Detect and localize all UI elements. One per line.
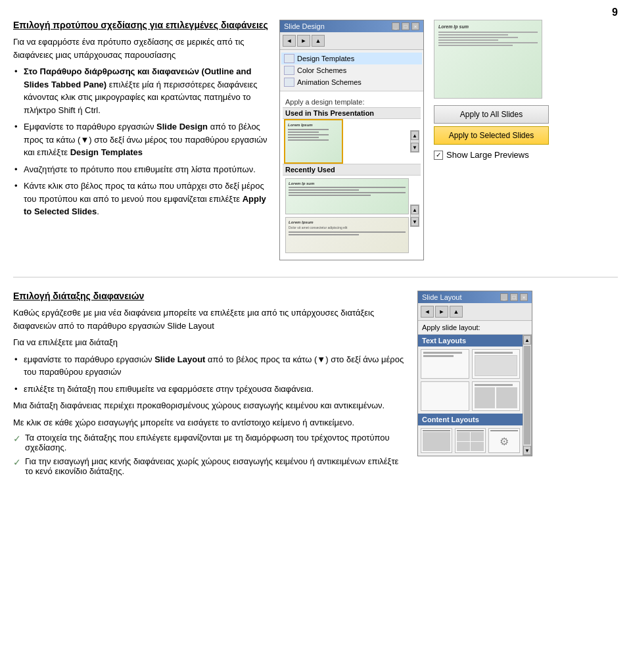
top-title: Επιλογή προτύπου σχεδίασης για επιλεγμέν… — [13, 20, 269, 30]
cl-col-1 — [423, 432, 450, 451]
bb1-prefix: εμφανίστε το παράθυρο εργασιών — [24, 354, 154, 364]
panel-content: Apply a design template: Used in This Pr… — [280, 91, 423, 260]
checkmark-icon-1: ✓ — [13, 433, 21, 444]
maximize-icon[interactable]: □ — [402, 22, 409, 30]
mini-line-2 — [288, 132, 319, 133]
col-left — [475, 387, 496, 408]
nav-home-btn[interactable]: ▲ — [312, 35, 325, 47]
bullet-1: Στο Παράθυρο διάρθρωσης και διαφανειών (… — [13, 65, 269, 116]
gear-icon: ⚙ — [500, 435, 509, 448]
text-layouts-header: Text Layouts — [418, 335, 523, 347]
layout-scroll-down[interactable]: ▼ — [523, 446, 531, 455]
scroll-up-btn[interactable]: ▲ — [411, 131, 419, 140]
recent-item-2[interactable]: Lorem Ipsum Dolor sit amet consectetur a… — [285, 217, 409, 253]
scroll-up-recent[interactable]: ▲ — [411, 205, 419, 214]
scroll-down-btn[interactable]: ▼ — [411, 143, 419, 152]
show-large-checkbox[interactable]: ✓ — [434, 151, 443, 160]
layout-nav-home[interactable]: ▲ — [450, 306, 463, 318]
bottom-paragraph-1: Μια διάταξη διαφάνειας περιέχει προκαθορ… — [13, 399, 408, 412]
apply-selected-btn[interactable]: Apply to Selected Slides — [434, 126, 549, 145]
ru-line-4 — [289, 195, 371, 196]
bottom-section: Επιλογή διάταξης διαφανειών Καθώς εργάζε… — [0, 281, 631, 493]
layout-item-two-col[interactable] — [472, 381, 521, 411]
slide-layout-panel: Slide Layout _ □ × ◄ ► ▲ Apply slide lay… — [417, 291, 532, 480]
layout-panel-nav: ◄ ► ▲ — [418, 303, 532, 321]
bullet-4: Κάντε κλικ στο βέλος προς τα κάτω που υπ… — [13, 180, 269, 218]
template-used-container: Lorem Ipsum — [284, 119, 410, 164]
ru-line-3 — [289, 192, 406, 193]
panel-nav: ◄ ► ▲ — [280, 32, 423, 50]
preview-line-6 — [438, 45, 513, 46]
apply-all-btn[interactable]: Apply to All Slides — [434, 105, 549, 124]
content-item-1[interactable] — [421, 428, 452, 453]
scroll-bar-used: ▲ ▼ — [410, 130, 419, 153]
layout-titlebar-controls: _ □ × — [500, 293, 528, 301]
bottom-title: Επιλογή διάταξης διαφανειών — [13, 291, 408, 301]
cl-cell-1 — [457, 432, 470, 441]
layout-scrollbar: ▲ ▼ — [523, 335, 532, 456]
mini-line-4 — [288, 137, 319, 138]
bottom-bullet-1: εμφανίστε το παράθυρο εργασιών Slide Lay… — [13, 353, 408, 379]
layout-scroll-area: Text Layouts — [418, 335, 532, 456]
scroll-down-recent[interactable]: ▼ — [411, 217, 419, 226]
apply-layout-label: Apply slide layout: — [418, 321, 532, 335]
layout-scroll-thumb — [524, 346, 530, 444]
layout-item-title-content[interactable] — [472, 349, 521, 379]
preview-line-2 — [438, 34, 508, 36]
preview-line-1 — [438, 32, 538, 33]
nav-forward-btn[interactable]: ► — [297, 35, 310, 47]
design-templates-icon — [284, 54, 294, 63]
layout-maximize-icon[interactable]: □ — [510, 293, 518, 301]
layout-line-3 — [475, 352, 513, 354]
layout-nav-forward[interactable]: ► — [435, 306, 448, 318]
layout-line-4 — [475, 384, 513, 386]
nav-back-btn[interactable]: ◄ — [283, 35, 296, 47]
layout-item-blank[interactable] — [421, 381, 469, 411]
apply-template-label: Apply a design template: — [283, 95, 421, 107]
layout-item-title-slide[interactable] — [421, 349, 469, 379]
ru-line-2 — [289, 189, 359, 191]
top-section: Επιλογή προτύπου σχεδίασης για επιλεγμέν… — [0, 0, 631, 274]
recent-templates-list: Lorem Ip sum Lorem Ipsum Dolor sit amet … — [284, 176, 410, 256]
layout-nav-back[interactable]: ◄ — [421, 306, 434, 318]
action-buttons: Apply to All Slides Apply to Selected Sl… — [434, 105, 549, 160]
layout-block-1 — [475, 355, 518, 376]
bottom-for-layout: Για να επιλέξετε μια διάταξη — [13, 336, 408, 349]
layout-line-2 — [423, 355, 454, 357]
menu-color-schemes[interactable]: Color Schemes — [281, 64, 422, 76]
recent-item-1[interactable]: Lorem Ip sum — [285, 178, 409, 214]
template-mini-lines — [288, 129, 339, 142]
template-row-recent: Lorem Ip sum Lorem Ipsum Dolor sit amet … — [283, 176, 421, 256]
color-schemes-icon — [284, 66, 294, 75]
layout-close-icon[interactable]: × — [520, 293, 528, 301]
panel-menu: Design Templates Color Schemes Animation… — [280, 50, 423, 91]
slide-design-panel: Slide Design _ □ × ◄ ► ▲ Design Template… — [279, 20, 424, 260]
layout-scroll-up[interactable]: ▲ — [523, 335, 531, 345]
mini-line-5 — [288, 139, 329, 141]
template-row-used: Lorem Ipsum — [283, 119, 421, 164]
top-intro: Για να εφαρμόστε ένα πρότυπο σχεδίασης σ… — [13, 36, 269, 61]
col-right — [496, 387, 517, 408]
panel-title: Slide Design — [284, 22, 325, 30]
bottom-paragraph-2: Με κλικ σε κάθε χώρο εισαγωγής μπορείτε … — [13, 416, 408, 429]
menu-design-templates[interactable]: Design Templates — [281, 53, 422, 64]
used-in-presentation-header: Used in This Presentation — [283, 107, 421, 119]
checkmark-text-1: Τα στοιχεία της διάταξης που επιλέγετε ε… — [25, 433, 408, 452]
ru-line-5 — [289, 231, 406, 233]
bb1-bold: Slide Layout — [154, 354, 205, 364]
minimize-icon[interactable]: _ — [392, 22, 400, 30]
close-icon[interactable]: × — [411, 22, 419, 30]
content-item-3[interactable]: ⚙ — [488, 428, 520, 453]
bottom-bullets: εμφανίστε το παράθυρο εργασιών Slide Lay… — [13, 353, 408, 396]
layout-minimize-icon[interactable]: _ — [500, 293, 508, 301]
show-large-row: ✓ Show Large Previews — [434, 150, 549, 160]
ru-subtitle-2: Dolor sit amet consectetur adipiscing el… — [289, 226, 406, 229]
menu-animation-schemes[interactable]: Animation Schemes — [281, 76, 422, 88]
template-item-used[interactable]: Lorem Ipsum — [284, 119, 343, 164]
content-item-2[interactable] — [455, 428, 486, 453]
template-item-inner: Lorem Ipsum — [285, 120, 342, 162]
bottom-left-text: Επιλογή διάταξης διαφανειών Καθώς εργάζε… — [13, 291, 408, 480]
right-panel: Lorem Ip sum Apply to All Slides Apply t… — [434, 20, 549, 260]
slide-design-window: Slide Design _ □ × ◄ ► ▲ Design Template… — [279, 20, 424, 260]
cl-cell-2 — [471, 432, 484, 441]
